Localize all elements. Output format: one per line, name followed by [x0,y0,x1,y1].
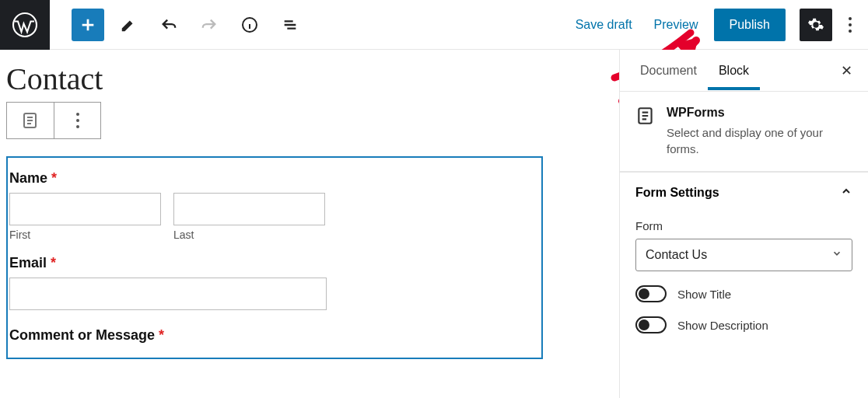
show-description-toggle[interactable] [635,316,667,333]
chevron-up-icon [840,185,852,201]
tab-block[interactable]: Block [708,64,760,78]
tab-document[interactable]: Document [629,64,708,78]
more-options-button[interactable] [838,16,862,34]
block-more-icon[interactable] [54,103,100,138]
settings-button[interactable] [800,9,832,41]
first-name-input[interactable] [9,193,161,225]
add-block-button[interactable] [72,9,104,41]
page-title[interactable]: Contact [6,61,619,97]
wpforms-icon [635,106,656,126]
preview-button[interactable]: Preview [643,9,709,41]
block-toolbar [6,102,101,139]
email-label: Email * [9,255,540,271]
form-block[interactable]: Name * First Last Email * Comment or Mes… [6,156,543,359]
form-select[interactable]: Contact Us [635,239,852,271]
form-settings-panel-toggle[interactable]: Form Settings [620,172,868,213]
form-select-label: Form [635,219,852,232]
block-name: WPForms [667,106,852,120]
block-type-icon[interactable] [7,103,54,138]
undo-button[interactable] [152,9,185,41]
last-name-input[interactable] [173,193,325,225]
chevron-down-icon [831,248,842,262]
close-sidebar-button[interactable]: ✕ [835,59,859,82]
redo-button[interactable] [193,9,226,41]
wordpress-logo[interactable] [0,0,50,50]
last-sublabel: Last [173,229,325,241]
show-title-toggle[interactable] [635,285,667,302]
show-title-label: Show Title [677,288,731,301]
name-label: Name * [9,170,540,187]
comment-label: Comment or Message * [9,327,540,344]
editor-canvas: Contact Name * First Last Email * Com [0,50,619,398]
inspector-sidebar: Document Block ✕ WPForms Select and disp… [619,50,868,398]
block-description: Select and display one of your forms. [667,124,852,157]
show-description-label: Show Description [677,319,768,332]
info-button[interactable] [233,9,266,41]
editor-topbar: Save draft Preview Publish [0,0,868,50]
outline-button[interactable] [274,9,306,41]
publish-button[interactable]: Publish [714,9,786,41]
email-input[interactable] [9,278,327,310]
save-draft-button[interactable]: Save draft [565,9,643,41]
first-sublabel: First [9,229,161,241]
edit-mode-button[interactable] [112,9,145,41]
